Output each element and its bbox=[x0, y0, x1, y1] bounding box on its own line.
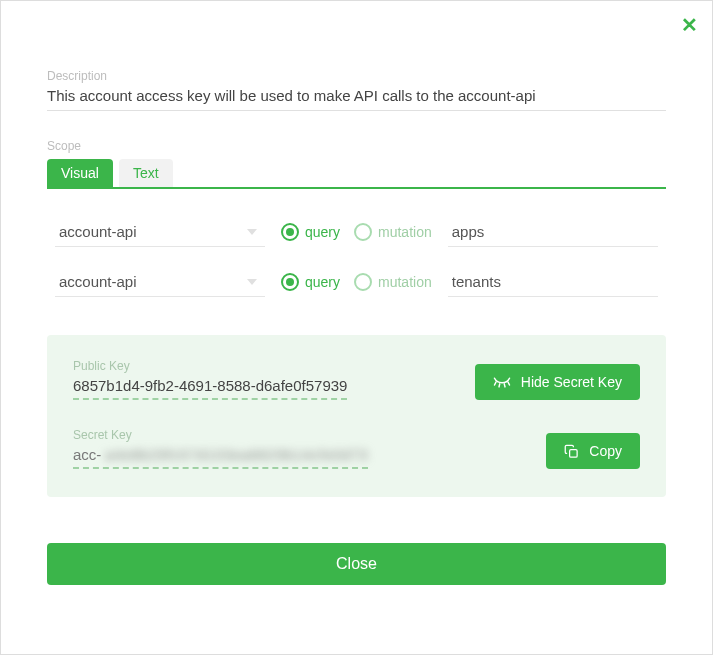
scope-name-input[interactable]: apps bbox=[448, 217, 658, 247]
hide-secret-button[interactable]: Hide Secret Key bbox=[475, 364, 640, 400]
svg-rect-4 bbox=[570, 449, 578, 457]
description-value[interactable]: This account access key will be used to … bbox=[47, 87, 666, 111]
secret-key-value[interactable]: acc- a4e8b29fc57d103ea6829b14cfe0d73 bbox=[73, 446, 368, 469]
copy-button[interactable]: Copy bbox=[546, 433, 640, 469]
scope-rows: account-api query mutation apps bbox=[47, 203, 666, 317]
scope-tabs: Visual Text bbox=[47, 159, 666, 189]
scope-section: Scope Visual Text account-api query bbox=[47, 139, 666, 317]
secret-key-field: Secret Key acc- a4e8b29fc57d103ea6829b14… bbox=[73, 428, 526, 469]
chevron-down-icon bbox=[247, 229, 257, 235]
secret-prefix: acc- bbox=[73, 446, 103, 463]
svg-line-3 bbox=[508, 382, 510, 385]
secret-key-row: Secret Key acc- a4e8b29fc57d103ea6829b14… bbox=[73, 428, 640, 469]
radio-label: query bbox=[305, 224, 340, 240]
radio-ring-icon bbox=[354, 273, 372, 291]
description-field: Description This account access key will… bbox=[47, 69, 666, 111]
svg-line-0 bbox=[494, 382, 496, 385]
radio-mutation[interactable]: mutation bbox=[354, 223, 432, 241]
op-radio-group: query mutation bbox=[281, 223, 432, 241]
modal-content: Description This account access key will… bbox=[19, 19, 694, 585]
close-icon[interactable]: ✕ bbox=[681, 15, 698, 35]
radio-query[interactable]: query bbox=[281, 223, 340, 241]
radio-ring-icon bbox=[281, 273, 299, 291]
chevron-down-icon bbox=[247, 279, 257, 285]
public-key-row: Public Key 6857b1d4-9fb2-4691-8588-d6afe… bbox=[73, 359, 640, 400]
button-label: Hide Secret Key bbox=[521, 374, 622, 390]
radio-label: mutation bbox=[378, 224, 432, 240]
scope-row: account-api query mutation apps bbox=[55, 207, 658, 257]
tab-text[interactable]: Text bbox=[119, 159, 173, 187]
scope-name-input[interactable]: tenants bbox=[448, 267, 658, 297]
radio-query[interactable]: query bbox=[281, 273, 340, 291]
public-key-field: Public Key 6857b1d4-9fb2-4691-8588-d6afe… bbox=[73, 359, 455, 400]
copy-icon bbox=[564, 444, 579, 459]
radio-mutation[interactable]: mutation bbox=[354, 273, 432, 291]
radio-label: mutation bbox=[378, 274, 432, 290]
svg-line-2 bbox=[504, 384, 505, 387]
service-value: account-api bbox=[59, 223, 137, 240]
service-value: account-api bbox=[59, 273, 137, 290]
radio-ring-icon bbox=[281, 223, 299, 241]
radio-label: query bbox=[305, 274, 340, 290]
secret-key-label: Secret Key bbox=[73, 428, 526, 442]
scope-row: account-api query mutation tenants bbox=[55, 257, 658, 307]
eye-closed-icon bbox=[493, 376, 511, 388]
close-button[interactable]: Close bbox=[47, 543, 666, 585]
op-radio-group: query mutation bbox=[281, 273, 432, 291]
button-label: Copy bbox=[589, 443, 622, 459]
service-select[interactable]: account-api bbox=[55, 267, 265, 297]
scope-label: Scope bbox=[47, 139, 666, 153]
key-panel: Public Key 6857b1d4-9fb2-4691-8588-d6afe… bbox=[47, 335, 666, 497]
public-key-value[interactable]: 6857b1d4-9fb2-4691-8588-d6afe0f57939 bbox=[73, 377, 347, 400]
radio-ring-icon bbox=[354, 223, 372, 241]
service-select[interactable]: account-api bbox=[55, 217, 265, 247]
secret-masked: a4e8b29fc57d103ea6829b14cfe0d73 bbox=[105, 447, 368, 463]
public-key-label: Public Key bbox=[73, 359, 455, 373]
access-key-modal: ✕ Description This account access key wi… bbox=[1, 1, 712, 654]
description-label: Description bbox=[47, 69, 666, 83]
tab-visual[interactable]: Visual bbox=[47, 159, 113, 187]
svg-line-1 bbox=[499, 384, 500, 387]
